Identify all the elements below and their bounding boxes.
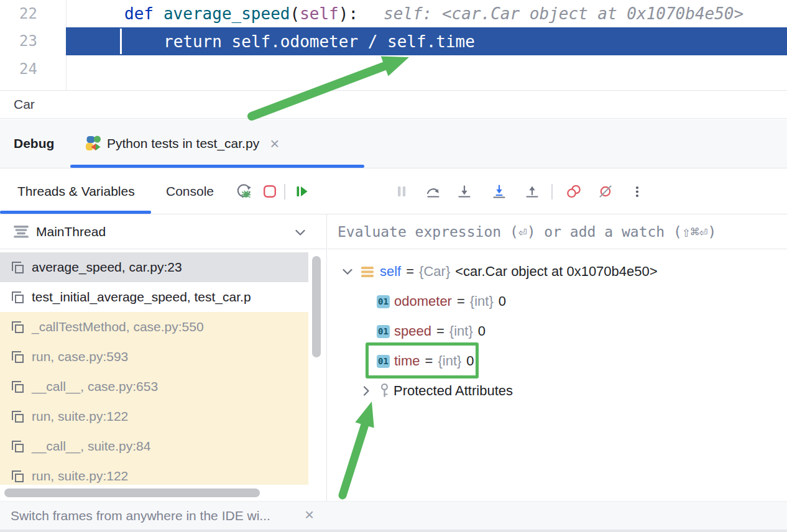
paren-colon: ): xyxy=(339,4,358,23)
stack-frames-list: average_speed, car.py:23 test_initial_av… xyxy=(0,252,308,485)
debugger-inline-hint: self: <car.Car object at 0x1070b4e50> xyxy=(384,0,743,27)
code-editor[interactable]: 22 23 24 defaverage_speed(self): self: <… xyxy=(0,0,787,91)
frame-row[interactable]: run, case.py:593 xyxy=(0,342,308,372)
breadcrumb[interactable]: Car xyxy=(0,91,787,119)
step-over-icon[interactable] xyxy=(425,183,441,200)
stack-frame-icon xyxy=(11,260,25,275)
vertical-scrollbar[interactable] xyxy=(312,256,321,357)
close-icon[interactable]: × xyxy=(305,507,314,523)
step-into-my-code-icon[interactable] xyxy=(491,183,507,200)
rerun-icon[interactable] xyxy=(236,183,252,200)
threads-tab-underline xyxy=(0,211,151,214)
frame-label: __call__, suite.py:84 xyxy=(32,439,150,454)
more-icon[interactable] xyxy=(629,183,645,200)
frame-label: test_initial_average_speed, test_car.p xyxy=(32,290,251,305)
variable-row-odometer[interactable]: 01 odometer = {int} 0 xyxy=(328,287,787,316)
thread-selector[interactable]: MainThread xyxy=(0,214,326,249)
frame-row[interactable]: _callTestMethod, case.py:550 xyxy=(0,312,308,342)
protected-attributes-row[interactable]: Protected Attributes xyxy=(328,376,787,406)
stack-frame-icon xyxy=(11,350,25,364)
self-param: self xyxy=(300,4,339,23)
field-01-icon: 01 xyxy=(377,295,390,308)
step-into-icon[interactable] xyxy=(456,183,472,200)
evaluate-placeholder: Evaluate expression (⏎) or add a watch (… xyxy=(338,224,716,240)
frame-label: _callTestMethod, case.py:550 xyxy=(32,319,204,334)
variable-value: 0 xyxy=(499,293,506,310)
annotation-highlight-box xyxy=(366,342,479,378)
frame-label: average_speed, car.py:23 xyxy=(32,260,182,275)
status-message: Switch frames from anywhere in the IDE w… xyxy=(11,508,270,523)
frame-label: run, suite.py:122 xyxy=(32,469,128,484)
code-line-23[interactable]: return self.odometer / self.time xyxy=(163,27,475,55)
thread-name: MainThread xyxy=(36,224,106,239)
close-tab-icon[interactable]: × xyxy=(270,135,279,152)
toolbar-separator xyxy=(284,184,285,200)
view-breakpoints-icon[interactable] xyxy=(565,183,581,200)
toolbar-separator xyxy=(551,184,553,200)
run-tab-label: Python tests in test_car.py xyxy=(107,136,259,151)
frame-row[interactable]: run, suite.py:122 xyxy=(0,401,308,431)
frame-label: run, suite.py:122 xyxy=(32,409,128,424)
code-line-22[interactable]: defaverage_speed(self): xyxy=(124,0,358,27)
pause-icon[interactable] xyxy=(394,183,410,200)
frame-label: __call__, case.py:653 xyxy=(32,379,158,394)
variables-panel: Evaluate expression (⏎) or add a watch (… xyxy=(328,214,787,501)
keyword-def: def xyxy=(124,4,154,23)
stack-frame-icon xyxy=(11,439,25,454)
frame-label: run, case.py:593 xyxy=(32,349,128,364)
variable-type: {int} xyxy=(449,323,473,339)
protected-attributes-label: Protected Attributes xyxy=(394,383,513,399)
frame-row[interactable]: average_speed, car.py:23 xyxy=(0,252,308,282)
chevron-right-icon[interactable] xyxy=(363,386,369,396)
variable-row-self[interactable]: self = {Car} <car.Car object at 0x1070b4… xyxy=(328,257,787,287)
run-config-tab[interactable]: Python tests in test_car.py × xyxy=(70,119,285,168)
frame-row[interactable]: __call__, case.py:653 xyxy=(0,372,308,401)
stack-frame-icon xyxy=(11,380,25,394)
equals: = xyxy=(436,323,444,339)
debug-title[interactable]: Debug xyxy=(14,119,54,168)
line-number-24[interactable]: 24 xyxy=(0,55,37,83)
python-tests-icon xyxy=(85,135,101,152)
status-bar: Switch frames from anywhere in the IDE w… xyxy=(0,501,787,530)
tab-console[interactable]: Console xyxy=(166,168,214,214)
frames-panel: MainThread average_speed, car.py:23 test… xyxy=(0,214,327,501)
frame-row[interactable]: test_initial_average_speed, test_car.p xyxy=(0,282,308,312)
threads-icon xyxy=(13,225,29,239)
chevron-down-icon[interactable] xyxy=(343,268,352,275)
stack-frame-icon xyxy=(11,320,25,334)
debug-toolwindow-header: Debug Python tests in test_car.py × xyxy=(0,119,787,168)
variable-type: {Car} xyxy=(419,264,450,280)
stack-frame-icon xyxy=(11,410,25,424)
resume-icon[interactable] xyxy=(293,183,310,200)
stack-frame-icon xyxy=(11,290,25,305)
stop-icon[interactable] xyxy=(262,183,278,200)
variable-row-speed[interactable]: 01 speed = {int} 0 xyxy=(328,316,787,346)
active-tab-underline xyxy=(70,165,364,168)
variable-name: odometer xyxy=(394,293,452,310)
equals: = xyxy=(406,264,414,280)
equals: = xyxy=(457,293,465,310)
key-icon xyxy=(380,383,389,399)
horizontal-scrollbar[interactable] xyxy=(4,488,260,497)
stack-frame-icon xyxy=(11,469,25,484)
mute-breakpoints-icon[interactable] xyxy=(597,183,614,200)
variable-name: self xyxy=(380,264,401,280)
object-icon xyxy=(361,267,374,277)
step-out-icon[interactable] xyxy=(524,183,540,200)
variable-value: <car.Car object at 0x1070b4e50> xyxy=(455,264,657,280)
variable-name: speed xyxy=(394,323,431,339)
chevron-down-icon[interactable] xyxy=(295,229,305,236)
line-number-22[interactable]: 22 xyxy=(0,0,37,27)
field-01-icon: 01 xyxy=(377,325,390,338)
variable-value: 0 xyxy=(478,323,486,339)
function-name: average_speed xyxy=(163,4,290,23)
window-bottom-edge xyxy=(0,530,787,532)
frame-row[interactable]: run, suite.py:122 xyxy=(0,461,308,485)
frame-row[interactable]: __call__, suite.py:84 xyxy=(0,431,308,461)
pycharm-debug-window: 22 23 24 defaverage_speed(self): self: <… xyxy=(0,0,787,532)
variable-type: {int} xyxy=(470,293,494,310)
line-number-23[interactable]: 23 xyxy=(0,27,37,55)
paren: ( xyxy=(290,4,300,23)
evaluate-expression-field[interactable]: Evaluate expression (⏎) or add a watch (… xyxy=(328,214,787,249)
tab-threads-variables[interactable]: Threads & Variables xyxy=(17,168,135,214)
